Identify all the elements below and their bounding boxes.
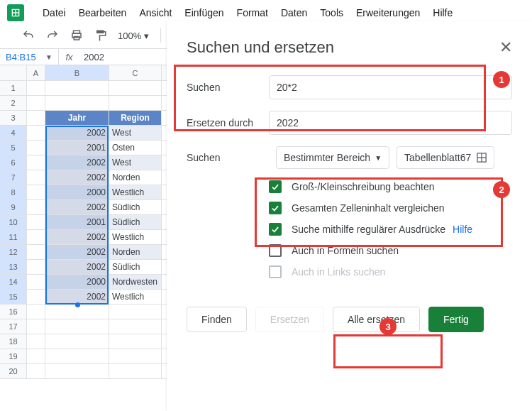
paint-format-icon[interactable] [94,28,108,43]
cell[interactable] [45,334,109,349]
cell[interactable]: 2000 [45,185,109,199]
opt-match-case[interactable]: Groß-/Kleinschreibung beachten [269,180,512,193]
row-header[interactable]: 12 [0,245,27,259]
replace-all-button[interactable]: Alle ersetzen [333,307,420,332]
cell[interactable]: 2002 [45,245,109,259]
cell[interactable]: Südlich [109,260,162,274]
cell[interactable]: 2001 [45,215,109,229]
cell[interactable] [27,305,45,319]
cell[interactable] [27,155,45,170]
help-link[interactable]: Hilfe [453,224,472,235]
cell[interactable] [27,334,45,349]
row-header[interactable]: 18 [0,334,27,349]
cell[interactable]: Westlich [109,230,162,244]
row-header[interactable]: 13 [0,260,27,274]
opt-entire-cell[interactable]: Gesamten Zelleninhalt vergleichen [269,202,512,214]
opt-formulas[interactable]: Auch in Formeln suchen [269,244,512,257]
col-header-C[interactable]: C [109,65,162,80]
menu-view[interactable]: Ansicht [133,4,177,21]
row-header[interactable]: 1 [0,81,27,95]
replace-input[interactable] [269,111,512,135]
select-all-corner[interactable] [0,65,27,80]
selection-handle[interactable] [75,302,80,307]
cell[interactable]: 2001 [45,141,109,155]
cell[interactable]: Westlich [109,185,162,199]
name-box[interactable]: B4:B15 ▼ [0,52,58,62]
row-header[interactable]: 2 [0,96,27,110]
cell[interactable] [27,96,45,110]
menu-format[interactable]: Format [231,4,274,21]
cell[interactable]: 2002 [45,230,109,244]
cell[interactable]: Südlich [109,200,162,214]
cell[interactable]: Jahr [45,111,109,125]
row-header[interactable]: 6 [0,155,27,170]
row-header[interactable]: 20 [0,364,27,378]
cell[interactable]: West [109,126,162,140]
cell[interactable]: Westlich [109,290,162,304]
cell[interactable]: 2002 [45,290,109,304]
cell[interactable] [27,141,45,155]
cell[interactable]: Osten [109,141,162,155]
row-header[interactable]: 4 [0,126,27,140]
cell[interactable] [27,260,45,274]
cell[interactable] [45,96,109,110]
zoom-dropdown[interactable]: 100% ▾ [118,31,149,41]
row-header[interactable]: 16 [0,305,27,319]
row-header[interactable]: 7 [0,170,27,185]
row-header[interactable]: 15 [0,290,27,304]
cell[interactable] [27,111,45,125]
cell[interactable] [109,349,162,363]
cell[interactable] [27,200,45,214]
cell[interactable] [27,230,45,244]
col-header-B[interactable]: B [45,65,109,80]
cell[interactable] [27,81,45,95]
cell[interactable]: Norden [109,170,162,185]
col-header-A[interactable]: A [27,65,45,80]
cell[interactable]: Norden [109,245,162,259]
cell[interactable] [45,364,109,378]
cell[interactable] [27,364,45,378]
range-selector[interactable]: Tabellenblatt67 [397,146,494,169]
redo-icon[interactable] [45,28,60,43]
undo-icon[interactable] [21,28,35,43]
row-header[interactable]: 11 [0,230,27,244]
row-header[interactable]: 17 [0,319,27,334]
cell[interactable] [109,364,162,378]
row-header[interactable]: 9 [0,200,27,214]
opt-regex[interactable]: Suche mithilfe regulärer Ausdrücke Hilfe [269,223,512,236]
sheets-logo-icon[interactable] [7,4,24,21]
cell[interactable] [109,334,162,349]
cell[interactable] [27,215,45,229]
cell[interactable] [27,275,45,289]
cell[interactable]: 2002 [45,260,109,274]
scope-dropdown[interactable]: Bestimmter Bereich ▼ [276,146,389,169]
cell[interactable] [109,81,162,95]
menu-edit[interactable]: Bearbeiten [73,4,133,21]
row-header[interactable]: 8 [0,185,27,199]
cell[interactable]: 2002 [45,200,109,214]
cell[interactable] [45,319,109,334]
cell[interactable]: West [109,155,162,170]
cell[interactable] [27,185,45,199]
cell[interactable] [27,349,45,363]
cell[interactable]: 2002 [45,155,109,170]
search-input[interactable] [269,75,512,99]
cell[interactable] [109,305,162,319]
row-header[interactable]: 5 [0,141,27,155]
row-header[interactable]: 14 [0,275,27,289]
cell[interactable]: 2000 [45,275,109,289]
menu-help[interactable]: Hilfe [427,4,458,21]
cell[interactable] [109,319,162,334]
print-icon[interactable] [70,28,84,43]
find-button[interactable]: Finden [187,307,247,332]
menu-tools[interactable]: Tools [314,4,349,21]
cell[interactable]: 2002 [45,170,109,185]
cell[interactable] [27,245,45,259]
row-header[interactable]: 19 [0,349,27,363]
menu-file[interactable]: Datei [37,4,72,21]
row-header[interactable]: 10 [0,215,27,229]
cell[interactable]: Südlich [109,215,162,229]
cell[interactable]: Nordwesten [109,275,162,289]
menu-extensions[interactable]: Erweiterungen [350,4,426,21]
cell[interactable] [27,126,45,140]
